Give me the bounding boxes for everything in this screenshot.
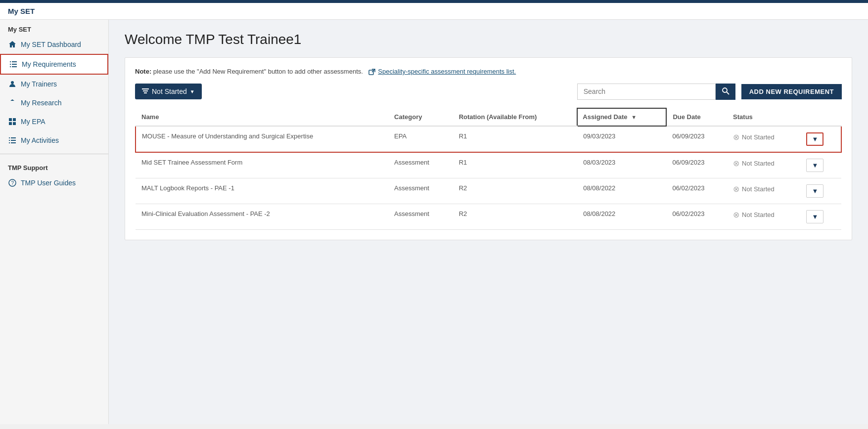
cell-action: ▼ xyxy=(800,152,841,178)
sidebar-item-activities-label: My Activities xyxy=(21,136,59,144)
filter-list-icon xyxy=(142,88,149,95)
col-due-date: Due Date xyxy=(666,108,727,126)
col-action xyxy=(800,108,841,126)
sidebar-item-epa-label: My EPA xyxy=(21,118,46,126)
cell-rotation: R1 xyxy=(453,126,578,152)
svg-text:?: ? xyxy=(11,180,14,186)
cell-due-date: 06/09/2023 xyxy=(666,152,727,178)
svg-rect-8 xyxy=(13,118,16,121)
cell-assigned-date: 08/08/2022 xyxy=(577,178,666,204)
row-action-button-1[interactable]: ▼ xyxy=(806,132,823,146)
external-link-icon xyxy=(368,69,375,76)
cell-rotation: R2 xyxy=(453,178,578,204)
row-action-button-2[interactable]: ▼ xyxy=(806,159,823,172)
svg-rect-20 xyxy=(142,88,149,89)
cell-name: MALT Logbook Reports - PAE -1 xyxy=(136,178,388,204)
cell-action: ▼ xyxy=(800,126,841,152)
grid-icon xyxy=(8,117,17,126)
svg-rect-22 xyxy=(144,92,147,93)
search-input[interactable] xyxy=(577,84,716,100)
sidebar-item-dashboard-label: My SET Dashboard xyxy=(21,41,81,48)
filter-not-started-button[interactable]: Not Started ▼ xyxy=(135,84,202,99)
cell-assigned-date: 08/03/2023 xyxy=(577,152,666,178)
col-status: Status xyxy=(727,108,800,126)
cell-due-date: 06/09/2023 xyxy=(666,126,727,152)
svg-line-24 xyxy=(727,92,729,94)
table-header: Name Category Rotation (Available From) … xyxy=(136,108,841,126)
user-icon xyxy=(8,80,17,88)
svg-rect-3 xyxy=(12,64,17,65)
svg-rect-16 xyxy=(11,142,16,143)
table-row: Mid SET Trainee Assessment Form Assessme… xyxy=(136,152,841,178)
svg-rect-9 xyxy=(9,122,12,125)
cell-status: ⊗ Not Started xyxy=(727,126,800,152)
row-action-button-3[interactable]: ▼ xyxy=(806,184,823,198)
sidebar-item-research[interactable]: My Research xyxy=(0,93,108,112)
sidebar-item-epa[interactable]: My EPA xyxy=(0,112,108,131)
main-layout: My SET My SET Dashboard My Requirements … xyxy=(0,20,868,424)
svg-rect-15 xyxy=(9,142,10,143)
status-label: Not Started xyxy=(742,185,775,193)
cell-category: Assessment xyxy=(388,204,453,229)
sort-icon: ▼ xyxy=(631,114,637,120)
svg-rect-2 xyxy=(10,64,11,65)
cell-status: ⊗ Not Started xyxy=(727,152,800,178)
table-row: MALT Logbook Reports - PAE -1 Assessment… xyxy=(136,178,841,204)
sidebar-item-trainers[interactable]: My Trainers xyxy=(0,75,108,93)
status-label: Not Started xyxy=(742,160,775,167)
question-icon: ? xyxy=(8,178,17,187)
cell-name: Mid SET Trainee Assessment Form xyxy=(136,152,388,178)
cell-name: Mini-Clinical Evaluation Assessment - PA… xyxy=(136,204,388,229)
note-text: please use the "Add New Requirement" but… xyxy=(153,68,363,75)
col-name: Name xyxy=(136,108,388,126)
col-assigned-date[interactable]: Assigned Date ▼ xyxy=(577,108,666,126)
cell-category: Assessment xyxy=(388,178,453,204)
svg-point-23 xyxy=(723,88,727,92)
sidebar-item-requirements-label: My Requirements xyxy=(22,60,76,68)
cell-assigned-date: 09/03/2023 xyxy=(577,126,666,152)
status-x-icon: ⊗ xyxy=(733,132,739,142)
cell-name: MOUSE - Measure of Understanding and Sur… xyxy=(136,126,388,152)
list-icon xyxy=(9,60,18,69)
filter-label: Not Started xyxy=(152,87,187,95)
status-x-icon: ⊗ xyxy=(733,210,739,219)
search-icon xyxy=(722,87,730,95)
svg-rect-14 xyxy=(11,140,16,141)
table-row: MOUSE - Measure of Understanding and Sur… xyxy=(136,126,841,152)
svg-rect-7 xyxy=(9,118,12,121)
sidebar-item-dashboard[interactable]: My SET Dashboard xyxy=(0,35,108,54)
cell-category: EPA xyxy=(388,126,453,152)
svg-rect-0 xyxy=(10,61,11,62)
svg-rect-10 xyxy=(13,122,16,125)
search-group xyxy=(577,84,735,100)
add-new-requirement-button[interactable]: ADD NEW REQUIREMENT xyxy=(741,84,842,99)
cell-due-date: 06/02/2023 xyxy=(666,178,727,204)
sidebar-item-requirements[interactable]: My Requirements xyxy=(0,54,108,75)
svg-rect-11 xyxy=(9,137,10,138)
row-action-button-4[interactable]: ▼ xyxy=(806,210,823,223)
cell-action: ▼ xyxy=(800,204,841,229)
cell-rotation: R2 xyxy=(453,204,578,229)
cell-status: ⊗ Not Started xyxy=(727,178,800,204)
app-header: My SET xyxy=(0,3,868,20)
status-x-icon: ⊗ xyxy=(733,184,739,194)
sidebar: My SET My SET Dashboard My Requirements … xyxy=(0,20,109,424)
note-prefix: Note: xyxy=(135,68,151,75)
note-link[interactable]: Speciality-specific assessment requireme… xyxy=(378,68,516,75)
sidebar-divider xyxy=(0,154,108,154)
cell-action: ▼ xyxy=(800,178,841,204)
sidebar-item-activities[interactable]: My Activities xyxy=(0,131,108,150)
main-content: Welcome TMP Test Trainee1 Note: please u… xyxy=(109,20,868,424)
cell-category: Assessment xyxy=(388,152,453,178)
svg-rect-12 xyxy=(11,137,16,138)
status-label: Not Started xyxy=(742,211,775,218)
search-button[interactable] xyxy=(716,84,735,100)
svg-rect-5 xyxy=(12,66,17,67)
sidebar-section-2: TMP Support xyxy=(0,158,108,173)
svg-rect-13 xyxy=(9,140,10,141)
status-x-icon: ⊗ xyxy=(733,159,739,168)
sidebar-item-user-guides-label: TMP User Guides xyxy=(21,179,76,187)
activities-icon xyxy=(8,136,17,145)
svg-rect-21 xyxy=(143,90,148,91)
sidebar-item-user-guides[interactable]: ? TMP User Guides xyxy=(0,173,108,192)
